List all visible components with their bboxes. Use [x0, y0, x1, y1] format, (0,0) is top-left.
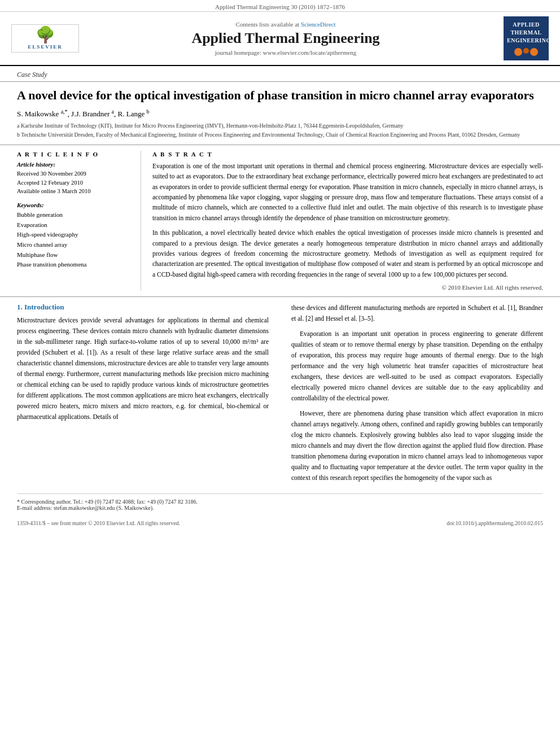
doi-line: doi:10.1016/j.applthermaleng.2010.02.015 — [447, 520, 543, 526]
abstract-title: A B S T R A C T — [152, 151, 543, 158]
email-note: E-mail address: stefan.maikowske@kit.edu… — [17, 505, 543, 511]
abstract-paragraph-1: Evaporation is one of the most important… — [152, 161, 543, 223]
logo-circle-1 — [514, 48, 522, 56]
banner-center: Contents lists available at ScienceDirec… — [79, 21, 492, 56]
received-date: Received 30 November 2009 — [17, 169, 132, 178]
abstract-col: A B S T R A C T Evaporation is one of th… — [152, 151, 543, 291]
abstract-copyright: © 2010 Elsevier Ltd. All rights reserved… — [152, 284, 543, 291]
section1-title: 1. Introduction — [17, 303, 269, 312]
sciencedirect-link[interactable]: ScienceDirect — [301, 21, 336, 28]
issn-line: 1359-4311/$ – see front matter © 2010 El… — [17, 520, 180, 526]
body-left-text: Microstructure devices provide several a… — [17, 315, 269, 422]
journal-title: Applied Thermal Engineering — [79, 30, 492, 47]
sciencedirect-line: Contents lists available at ScienceDirec… — [79, 21, 492, 28]
journal-url: journal homepage: www.elsevier.com/locat… — [79, 49, 492, 56]
available-date: Available online 3 March 2010 — [17, 187, 132, 196]
article-info-title: A R T I C L E I N F O — [17, 151, 132, 158]
journal-banner: 🌳 ELSEVIER Contents lists available at S… — [0, 12, 560, 66]
footer-note: * Corresponding author. Tel.: +49 (0) 72… — [17, 493, 543, 516]
logo-title-thermal: THERMAL — [507, 29, 545, 37]
footer-bottom: 1359-4311/$ – see front matter © 2010 El… — [0, 518, 560, 528]
affiliations: a Karlsruhe Institute of Technology (KIT… — [17, 122, 543, 139]
keyword-4: Micro channel array — [17, 240, 132, 250]
keyword-2: Evaporation — [17, 220, 132, 230]
article-info-abstract-section: A R T I C L E I N F O Article history: R… — [0, 145, 560, 297]
body-right-para-2: However, there are phenomena during phas… — [291, 408, 543, 483]
keywords-label: Keywords: — [17, 202, 132, 208]
keyword-1: Bubble generation — [17, 210, 132, 220]
keyword-6: Phase transition phenomena — [17, 260, 132, 270]
logo-title-applied: APPLIED — [507, 21, 545, 29]
affiliation-b: b Technische Universität Dresden, Facult… — [17, 131, 543, 139]
elsevier-tree-icon: 🌳 — [36, 27, 55, 43]
elsevier-text: ELSEVIER — [28, 44, 63, 50]
journal-logo-right: APPLIED THERMAL ENGINEERING — [492, 16, 549, 60]
logo-circle-2 — [523, 48, 529, 54]
article-main-title: A novel device for the optical investiga… — [17, 88, 543, 104]
body-left-para-1: Microstructure devices provide several a… — [17, 315, 269, 422]
history-label: Article history: — [17, 161, 132, 168]
abstract-text: Evaporation is one of the most important… — [152, 161, 543, 279]
keywords-section: Keywords: Bubble generation Evaporation … — [17, 202, 132, 270]
body-left-col: 1. Introduction Microstructure devices p… — [17, 303, 274, 488]
body-right-col: these devices and different manufacturin… — [286, 303, 543, 488]
article-history: Article history: Received 30 November 20… — [17, 161, 132, 196]
body-right-text: these devices and different manufacturin… — [291, 303, 543, 483]
body-section: 1. Introduction Microstructure devices p… — [0, 297, 560, 493]
elsevier-logo: 🌳 ELSEVIER — [11, 24, 79, 53]
article-authors: S. Maikowske a,*, J.J. Brandner a, R. La… — [17, 108, 543, 119]
logo-title-engineering: ENGINEERING — [507, 37, 545, 45]
keyword-3: High-speed videography — [17, 230, 132, 240]
case-study-label: Case Study — [0, 66, 560, 82]
logo-circles — [507, 48, 545, 56]
corresponding-author-note: * Corresponding author. Tel.: +49 (0) 72… — [17, 499, 543, 505]
journal-top-header: Applied Thermal Engineering 30 (2010) 18… — [0, 0, 560, 12]
keyword-5: Multiphase flow — [17, 250, 132, 260]
affiliation-a: a Karlsruhe Institute of Technology (KIT… — [17, 122, 543, 130]
logo-circle-3 — [530, 48, 538, 56]
article-title-section: A novel device for the optical investiga… — [0, 82, 560, 145]
abstract-paragraph-2: In this publication, a novel electricall… — [152, 228, 543, 279]
journal-logo-box: APPLIED THERMAL ENGINEERING — [504, 16, 549, 60]
article-info-col: A R T I C L E I N F O Article history: R… — [17, 151, 141, 291]
accepted-date: Accepted 12 February 2010 — [17, 178, 132, 187]
body-right-para-1: Evaporation is an important unit operati… — [291, 329, 543, 404]
body-right-para-crosscol: these devices and different manufacturin… — [291, 303, 543, 324]
